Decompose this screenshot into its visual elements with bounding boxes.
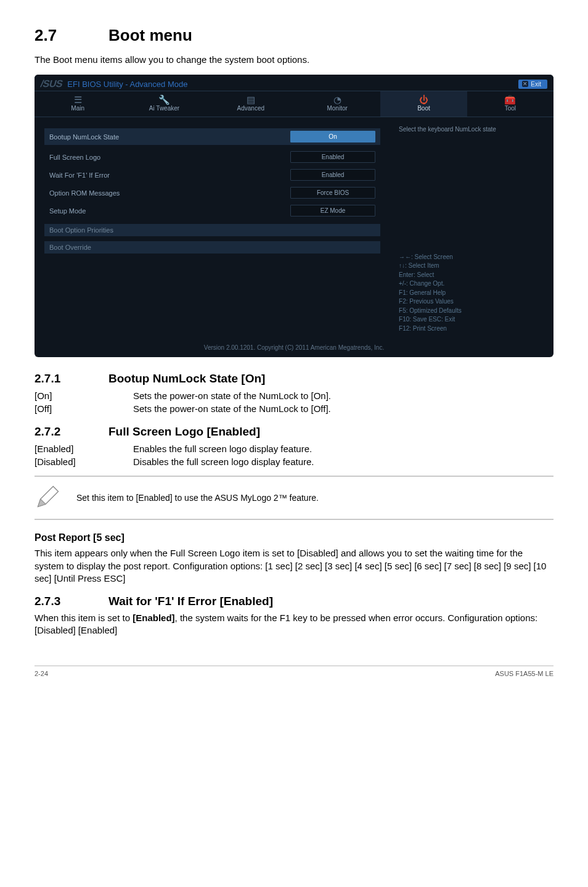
table-row: [Disabled]Disables the full screen logo … xyxy=(35,455,314,468)
help-line: F2: Previous Values xyxy=(399,297,545,307)
tab-label: Advanced xyxy=(237,105,264,112)
subsection-title: Wait for 'F1' If Error [Enabled] xyxy=(108,595,273,608)
help-line: +/-: Change Opt. xyxy=(399,279,545,289)
bios-option-row[interactable]: Setup Mode EZ Mode xyxy=(44,202,380,219)
chip-icon: ▤ xyxy=(208,95,294,105)
subheading: Post Report [5 sec] xyxy=(35,532,553,543)
tab-label: Tool xyxy=(505,105,516,112)
gauge-icon: ◔ xyxy=(294,95,380,105)
bios-option-label: Bootup NumLock State xyxy=(49,133,290,141)
bios-option-row[interactable]: Full Screen Logo Enabled xyxy=(44,149,380,165)
help-line: ↑↓: Select Item xyxy=(399,262,545,271)
options-table: [On]Sets the power-on state of the NumLo… xyxy=(35,389,331,415)
bios-right-pane: Select the keyboard NumLock state →←: Se… xyxy=(390,117,553,339)
tab-main[interactable]: ☰ Main xyxy=(35,91,121,117)
tab-label: Main xyxy=(71,105,84,112)
help-line: F1: General Help xyxy=(399,289,545,298)
option-key: [Disabled] xyxy=(35,455,133,468)
tab-label: Boot xyxy=(417,105,430,112)
bios-section-header[interactable]: Boot Option Priorities xyxy=(44,224,380,236)
section-number: 2.7 xyxy=(35,26,108,45)
help-line: Enter: Select xyxy=(399,271,545,280)
page-footer: 2-24 ASUS F1A55-M LE xyxy=(35,666,553,677)
power-icon: ⏻ xyxy=(380,95,467,105)
bios-option-label: Setup Mode xyxy=(49,207,290,215)
list-icon: ☰ xyxy=(35,95,121,105)
pencil-icon xyxy=(35,483,62,513)
option-desc: Sets the power-on state of the NumLock t… xyxy=(133,402,331,415)
bios-option-label: Option ROM Messages xyxy=(49,189,290,197)
tab-monitor[interactable]: ◔ Monitor xyxy=(294,91,380,117)
tab-label: Monitor xyxy=(327,105,347,112)
option-key: [Off] xyxy=(35,402,133,415)
tab-ai-tweaker[interactable]: 🔧 Ai Tweaker xyxy=(121,91,207,117)
subsection-heading: 2.7.1 Bootup NumLock State [On] xyxy=(35,372,553,386)
bios-option-value[interactable]: Enabled xyxy=(290,169,375,181)
option-key: [Enabled] xyxy=(35,442,133,455)
table-row: [Off]Sets the power-on state of the NumL… xyxy=(35,402,331,415)
section-heading: 2.7Boot menu xyxy=(35,26,553,45)
tab-row: ☰ Main 🔧 Ai Tweaker ▤ Advanced ◔ Monitor… xyxy=(35,91,553,117)
bios-option-label: Full Screen Logo xyxy=(49,154,290,161)
exit-label: Exit xyxy=(531,81,541,88)
bios-section-header[interactable]: Boot Override xyxy=(44,241,380,254)
help-line: F12: Print Screen xyxy=(399,324,545,334)
note-text: Set this item to [Enabled] to use the AS… xyxy=(76,493,319,503)
note-callout: Set this item to [Enabled] to use the AS… xyxy=(35,476,553,520)
bios-help-hint: Select the keyboard NumLock state xyxy=(399,126,545,133)
subsection-number: 2.7.3 xyxy=(35,595,108,608)
subsection-title: Bootup NumLock State [On] xyxy=(108,372,265,386)
bios-option-label: Wait For 'F1' If Error xyxy=(49,171,290,179)
table-row: [Enabled]Enables the full screen logo di… xyxy=(35,442,314,455)
bios-option-value[interactable]: Enabled xyxy=(290,151,375,163)
bios-option-row-selected[interactable]: Bootup NumLock State On xyxy=(44,128,380,145)
exit-button[interactable]: ✕ Exit xyxy=(518,80,547,89)
options-table: [Enabled]Enables the full screen logo di… xyxy=(35,442,314,468)
bios-screenshot: /SUS EFI BIOS Utility - Advanced Mode ✕ … xyxy=(35,75,553,357)
help-line: →←: Select Screen xyxy=(399,253,545,262)
bios-option-value[interactable]: On xyxy=(290,131,375,142)
bios-left-pane: Bootup NumLock State On Full Screen Logo… xyxy=(35,117,390,339)
option-key: [On] xyxy=(35,389,133,402)
subsection-title: Full Screen Logo [Enabled] xyxy=(108,425,260,439)
option-desc: Sets the power-on state of the NumLock t… xyxy=(133,389,331,402)
option-desc: Disables the full screen logo display fe… xyxy=(133,455,314,468)
paragraph: This item appears only when the Full Scr… xyxy=(35,547,553,585)
subsection-number: 2.7.2 xyxy=(35,425,108,439)
help-line: F10: Save ESC: Exit xyxy=(399,315,545,324)
subsection-number: 2.7.1 xyxy=(35,372,108,386)
tab-advanced[interactable]: ▤ Advanced xyxy=(208,91,294,117)
bios-key-help: →←: Select Screen ↑↓: Select Item Enter:… xyxy=(399,253,545,334)
intro-paragraph: The Boot menu items allow you to change … xyxy=(35,54,553,66)
section-title-text: Boot menu xyxy=(108,26,192,44)
toolbox-icon: 🧰 xyxy=(467,95,553,105)
wrench-icon: 🔧 xyxy=(121,95,207,105)
bios-option-row[interactable]: Wait For 'F1' If Error Enabled xyxy=(44,167,380,183)
table-row: [On]Sets the power-on state of the NumLo… xyxy=(35,389,331,402)
help-line: F5: Optimized Defaults xyxy=(399,307,545,316)
footer-page-number: 2-24 xyxy=(35,670,48,677)
footer-product: ASUS F1A55-M LE xyxy=(495,670,553,677)
option-desc: Enables the full screen logo display fea… xyxy=(133,442,314,455)
subsection-heading: 2.7.2 Full Screen Logo [Enabled] xyxy=(35,425,553,439)
subsection-heading: 2.7.3 Wait for 'F1' If Error [Enabled] xyxy=(35,595,553,608)
exit-icon: ✕ xyxy=(522,81,528,87)
tab-boot[interactable]: ⏻ Boot xyxy=(380,91,467,117)
asus-logo: /SUS xyxy=(39,78,64,89)
bios-option-value[interactable]: EZ Mode xyxy=(290,205,375,217)
bold-text: [Enabled] xyxy=(133,613,174,623)
bios-option-value[interactable]: Force BIOS xyxy=(290,187,375,199)
bios-option-row[interactable]: Option ROM Messages Force BIOS xyxy=(44,184,380,201)
paragraph: When this item is set to [Enabled], the … xyxy=(35,612,553,637)
bios-title: EFI BIOS Utility - Advanced Mode xyxy=(67,80,187,89)
tab-tool[interactable]: 🧰 Tool xyxy=(467,91,553,117)
bios-version-line: Version 2.00.1201. Copyright (C) 2011 Am… xyxy=(35,339,553,357)
tab-label: Ai Tweaker xyxy=(149,105,179,112)
text-run: When this item is set to xyxy=(35,613,133,623)
